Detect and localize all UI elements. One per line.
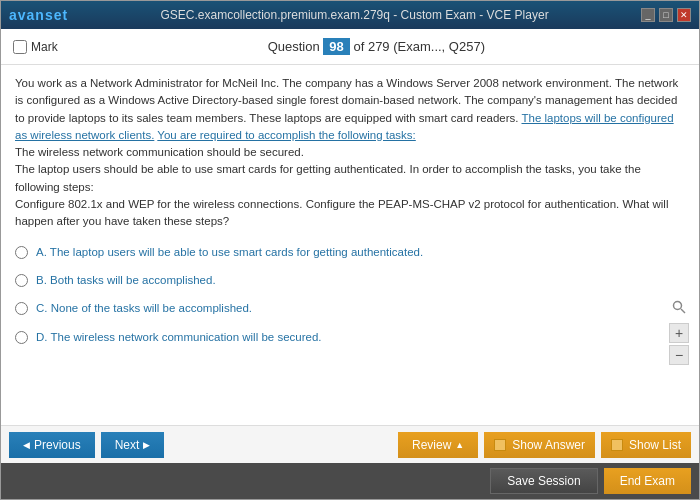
save-session-button[interactable]: Save Session (490, 468, 597, 494)
question-number: 98 (323, 38, 349, 55)
option-d-text: D. The wireless network communication wi… (36, 329, 321, 345)
close-button[interactable]: ✕ (677, 8, 691, 22)
main-window: avanset GSEC.examcollection.premium.exam… (0, 0, 700, 500)
previous-button[interactable]: Previous (9, 432, 95, 458)
radio-d[interactable] (15, 331, 28, 344)
next-button[interactable]: Next (101, 432, 165, 458)
app-logo: avanset (9, 7, 68, 23)
radio-a[interactable] (15, 246, 28, 259)
question-total: of 279 (Exam..., Q257) (353, 39, 485, 54)
content-area: You work as a Network Administrator for … (1, 65, 699, 425)
radio-b[interactable] (15, 274, 28, 287)
show-answer-checkbox-icon (494, 439, 506, 451)
show-answer-button[interactable]: Show Answer (484, 432, 595, 458)
option-b-text: B. Both tasks will be accomplished. (36, 272, 216, 288)
zoom-out-button[interactable]: − (669, 345, 689, 365)
svg-line-1 (681, 309, 685, 313)
option-a-text: A. The laptop users will be able to use … (36, 244, 423, 260)
option-c: C. None of the tasks will be accomplishe… (15, 298, 685, 318)
question-label: Question (268, 39, 320, 54)
question-number-area: Question 98 of 279 (Exam..., Q257) (66, 38, 687, 55)
logo-suffix: set (45, 7, 68, 23)
mark-label: Mark (31, 40, 58, 54)
bottom-bar-2: Save Session End Exam (1, 463, 699, 499)
review-button[interactable]: Review (398, 432, 478, 458)
highlight-tasks: You are required to accomplish the follo… (157, 129, 415, 141)
title-bar-left: avanset (9, 7, 68, 23)
option-d: D. The wireless network communication wi… (15, 327, 685, 347)
option-c-text: C. None of the tasks will be accomplishe… (36, 300, 252, 316)
show-list-label: Show List (629, 438, 681, 452)
radio-c[interactable] (15, 302, 28, 315)
zoom-controls: + − (669, 297, 689, 365)
minimize-button[interactable]: _ (641, 8, 655, 22)
bottom-bar-1: Previous Next Review Show Answer Show Li… (1, 425, 699, 463)
search-icon[interactable] (669, 297, 689, 317)
zoom-in-button[interactable]: + (669, 323, 689, 343)
svg-point-0 (674, 302, 682, 310)
show-list-button[interactable]: Show List (601, 432, 691, 458)
window-title: GSEC.examcollection.premium.exam.279q - … (68, 8, 641, 22)
question-header: Mark Question 98 of 279 (Exam..., Q257) (1, 29, 699, 65)
show-answer-label: Show Answer (512, 438, 585, 452)
window-controls[interactable]: _ □ ✕ (641, 8, 691, 22)
title-bar: avanset GSEC.examcollection.premium.exam… (1, 1, 699, 29)
maximize-button[interactable]: □ (659, 8, 673, 22)
show-list-checkbox-icon (611, 439, 623, 451)
option-b: B. Both tasks will be accomplished. (15, 270, 685, 290)
logo-prefix: avan (9, 7, 45, 23)
end-exam-button[interactable]: End Exam (604, 468, 691, 494)
question-text: You work as a Network Administrator for … (15, 75, 685, 230)
option-a: A. The laptop users will be able to use … (15, 242, 685, 262)
mark-area[interactable]: Mark (13, 40, 58, 54)
mark-checkbox[interactable] (13, 40, 27, 54)
